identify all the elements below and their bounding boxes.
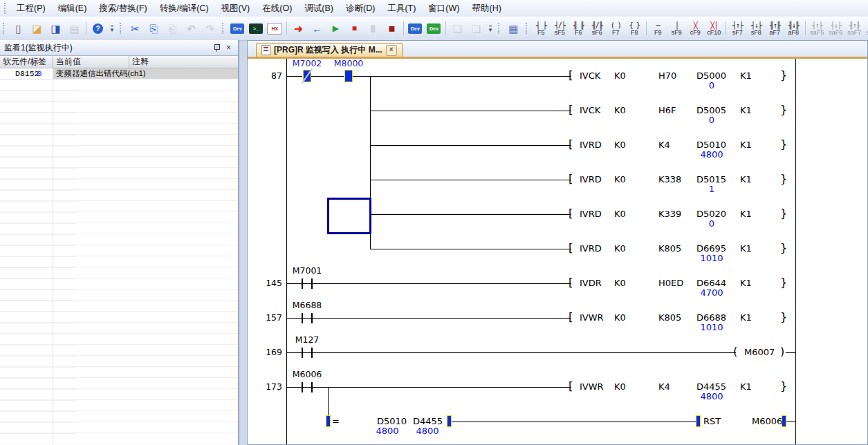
watch-empty-row[interactable] [0, 135, 238, 146]
watch-empty-row[interactable] [0, 124, 238, 135]
contact-label-M6688[interactable]: M6688 [279, 300, 335, 310]
operand-K0[interactable]: K0 [614, 105, 626, 116]
monitor-stop-all-button[interactable]: ◼ [383, 20, 400, 37]
watch-device-cell[interactable] [0, 411, 53, 422]
pin-icon[interactable] [211, 43, 221, 53]
watch-value-cell[interactable]: 0 [0, 68, 76, 79]
ladder-vertical-line-button[interactable]: │sF9 [667, 19, 686, 39]
operand-K805[interactable]: K805 [658, 243, 681, 254]
watch-empty-row[interactable] [0, 113, 238, 124]
operand-H6F[interactable]: H6F [658, 105, 676, 116]
instruction-IVRD[interactable]: IVRD [580, 174, 602, 185]
contact-label-M6006[interactable]: M6006 [279, 369, 335, 379]
watch-device-cell[interactable] [0, 400, 53, 411]
operand-K0[interactable]: K0 [614, 70, 626, 82]
watch-empty-row[interactable] [0, 278, 238, 290]
menu-view[interactable]: 视图(V) [215, 1, 257, 17]
operand-H70[interactable]: H70 [658, 70, 676, 82]
save-button[interactable]: ◨ [47, 20, 64, 37]
menu-find-replace[interactable]: 搜索/替换(F) [93, 1, 153, 17]
watch-device-cell[interactable] [0, 179, 53, 190]
operand-K805[interactable]: K805 [658, 312, 681, 323]
compare-operator[interactable]: = [332, 416, 340, 427]
program-check-button[interactable]: ▦ [505, 20, 522, 37]
watch-empty-row[interactable] [0, 422, 238, 433]
watch-empty-row[interactable] [0, 91, 238, 102]
instruction-IVWR[interactable]: IVWR [580, 312, 604, 323]
instruction-IVCK[interactable]: IVCK [580, 70, 600, 82]
watch-empty-row[interactable] [0, 389, 238, 400]
menu-tools[interactable]: 工具(T) [381, 1, 422, 17]
ladder-rising-pulse-branch-button[interactable]: ╢↑╟aF7 [766, 19, 784, 39]
watch-device-cell[interactable] [0, 433, 53, 444]
operand-K1[interactable]: K1 [740, 278, 752, 289]
contact-M127[interactable] [302, 348, 303, 358]
watch-device-cell[interactable] [0, 245, 53, 256]
watch-empty-row[interactable] [0, 190, 238, 201]
menu-edit[interactable]: 编辑(E) [52, 1, 93, 17]
watch-empty-row[interactable] [0, 223, 238, 234]
ladder-close-branch-button[interactable]: ╢/╟sF6 [588, 19, 607, 39]
monitor-start-button[interactable]: ▶ [327, 20, 344, 37]
watch-device-cell[interactable] [0, 278, 53, 290]
instruction-IVRD[interactable]: IVRD [580, 243, 602, 254]
watch-empty-row[interactable] [0, 201, 238, 212]
watch-empty-row[interactable] [0, 146, 238, 157]
ladder-open-contact-button[interactable]: ┤ ├F5 [532, 19, 551, 39]
contact-label-M7001[interactable]: M7001 [279, 265, 335, 276]
watch-device-cell[interactable] [0, 157, 53, 168]
operand-K0[interactable]: K0 [614, 140, 626, 151]
operand-K0[interactable]: K0 [614, 174, 626, 185]
watch-device-cell[interactable] [0, 389, 53, 400]
watch-row[interactable]: D81520变频器通信出错代码(ch1) [0, 68, 238, 79]
menu-debug[interactable]: 调试(B) [298, 1, 340, 17]
close-icon[interactable]: × [223, 43, 234, 53]
watch-device-cell[interactable] [0, 223, 53, 234]
operand-K1[interactable]: K1 [740, 140, 752, 151]
watch-device-cell[interactable] [0, 323, 53, 334]
instruction-IVWR[interactable]: IVWR [580, 381, 604, 392]
watch-device-cell[interactable] [0, 234, 53, 245]
watch-empty-row[interactable] [0, 168, 238, 179]
watch-device-cell[interactable] [0, 312, 53, 323]
column-header-comment[interactable]: 注释 [129, 56, 238, 68]
operand-K0[interactable]: K0 [614, 209, 626, 220]
watch-device-cell[interactable] [0, 79, 53, 91]
contact-M6688[interactable] [302, 313, 303, 323]
menu-online[interactable]: 在线(O) [256, 1, 298, 17]
operand-K1[interactable]: K1 [740, 243, 752, 254]
contact-M7001[interactable] [302, 278, 303, 289]
watch-device-cell[interactable] [0, 190, 53, 201]
watch-empty-row[interactable] [0, 102, 238, 113]
menu-help[interactable]: 帮助(H) [465, 1, 507, 17]
operand-K1[interactable]: K1 [740, 381, 752, 392]
menu-window[interactable]: 窗口(W) [422, 1, 465, 17]
menu-convert-compile[interactable]: 转换/编译(C) [154, 1, 215, 17]
watch-empty-row[interactable] [0, 245, 238, 256]
operand-K1[interactable]: K1 [740, 105, 752, 116]
watch-empty-row[interactable] [0, 157, 238, 168]
watch-device-cell[interactable] [0, 113, 53, 124]
operand-K1[interactable]: K1 [740, 209, 752, 220]
operand-K0[interactable]: K0 [614, 243, 626, 254]
operand-H0ED[interactable]: H0ED [658, 278, 683, 289]
operand-K0[interactable]: K0 [614, 312, 626, 323]
instruction-IVCK[interactable]: IVCK [580, 105, 600, 116]
watch-device-cell[interactable] [0, 334, 53, 345]
watch-title-bar[interactable]: 监看1(监视执行中) × [0, 40, 238, 56]
ladder-coil-button[interactable]: ( )F7 [607, 19, 625, 39]
hex-display-button[interactable]: HX [266, 20, 284, 37]
watch-device-cell[interactable] [0, 378, 53, 389]
operand-M6006[interactable]: M6006 [752, 416, 782, 427]
watch-empty-row[interactable] [0, 411, 238, 422]
operand-K1[interactable]: K1 [740, 174, 752, 185]
contact-label-M8000[interactable]: M8000 [321, 59, 376, 68]
menu-diagnostics[interactable]: 诊断(D) [340, 1, 381, 17]
watch-device-cell[interactable] [0, 301, 53, 312]
watch-empty-row[interactable] [0, 323, 238, 334]
watch-device-cell[interactable] [0, 290, 53, 301]
operand-K4[interactable]: K4 [658, 381, 670, 392]
watch-device-cell[interactable] [0, 124, 53, 135]
watch-device-cell[interactable] [0, 212, 53, 223]
tab-program-monitor[interactable]: [PRG]R 监视写入 执行中 M... × [256, 43, 403, 57]
